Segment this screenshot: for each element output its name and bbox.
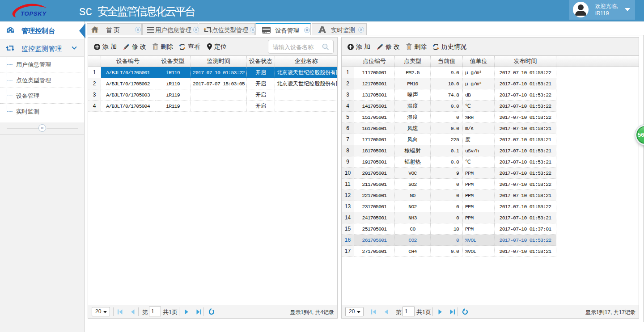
svg-text:TOPSKY: TOPSKY [21,10,47,17]
